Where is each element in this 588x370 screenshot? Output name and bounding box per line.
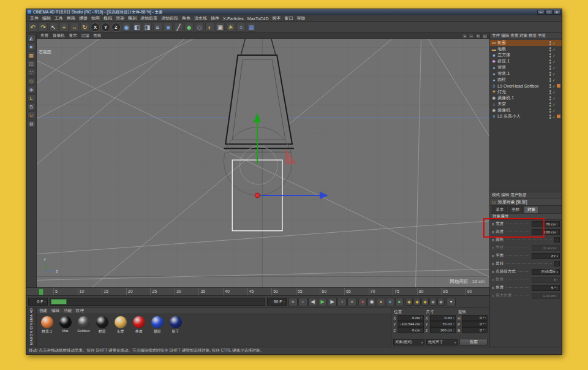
object-row[interactable]: 9 L9 乐高小人 ✓ (490, 113, 562, 119)
attribute-value-field[interactable]: ZY ▾ ↕ (532, 253, 560, 259)
object-row[interactable]: ▭ 矩形 ✓ (490, 40, 562, 46)
material-tag[interactable] (557, 108, 560, 112)
scale-tool-icon[interactable]: ⇔ (70, 23, 79, 32)
object-row[interactable]: ● 管道.1 ✓ (490, 70, 562, 77)
material-sphere[interactable] (133, 316, 145, 328)
menu-item[interactable]: MaxToC4D (246, 17, 271, 21)
coordinate-field[interactable]: 0 cm↕ (398, 315, 423, 321)
material-sphere[interactable] (115, 316, 127, 328)
field-icon[interactable]: ◐ (205, 23, 214, 32)
enabled-check-icon[interactable]: ✓ (552, 47, 556, 51)
enabled-check-icon[interactable]: ✓ (552, 90, 556, 94)
key-parameter-toggle[interactable]: ◆ (429, 298, 437, 306)
visibility-dots[interactable] (549, 41, 551, 45)
undo-icon[interactable]: ↶ (28, 23, 37, 32)
enabled-check-icon[interactable]: ✓ (552, 96, 556, 100)
object-manager-menu-item[interactable]: 编辑 (501, 33, 509, 39)
visibility-dots[interactable] (549, 102, 551, 107)
material-tag[interactable] (557, 59, 560, 63)
next-key-button[interactable]: › (337, 298, 347, 306)
camera-icon[interactable]: ▣ (216, 23, 225, 32)
edges-mode-icon[interactable]: ◇ (28, 77, 36, 85)
solo-mode-icon[interactable]: S (28, 103, 36, 110)
viewport-canvas-area[interactable]: Y Z 右视图 网格间距 : 10 cm (37, 39, 489, 287)
visibility-dots[interactable] (549, 115, 551, 119)
timeline-slider-handle[interactable] (51, 299, 67, 304)
live-selection-icon[interactable]: ↖ (49, 23, 58, 32)
material-swatch[interactable]: 躯干 (168, 316, 183, 334)
autokey-button[interactable]: ◉ (368, 298, 376, 306)
generator-icon[interactable]: ◆ (184, 23, 194, 32)
material-swatch[interactable]: Mat (58, 316, 73, 333)
sky-icon[interactable]: ○ (236, 23, 246, 32)
menu-item[interactable]: 编辑 (40, 15, 53, 21)
object-origin-handle[interactable] (255, 193, 260, 198)
object-manager-menu-item[interactable]: 查看 (510, 33, 518, 39)
x-axis-lock-icon[interactable]: X (91, 23, 100, 32)
attribute-value-field[interactable]: 11.4 cm ▾ ↕ (532, 245, 560, 251)
viewport-menu-item[interactable]: 面板 (92, 33, 104, 39)
material-tag[interactable] (557, 102, 560, 106)
menu-item[interactable]: 脚本 (270, 15, 282, 21)
key-scale-toggle[interactable]: ◆ (413, 298, 421, 306)
material-swatch[interactable]: 腿部 (149, 316, 165, 334)
visibility-dots[interactable] (549, 108, 551, 113)
coordinate-field[interactable]: 0 cm↕ (430, 315, 456, 321)
menu-item[interactable]: 角色 (180, 15, 192, 21)
keyframe-circle-icon[interactable] (492, 255, 494, 257)
menu-item[interactable]: 帮助 (295, 15, 307, 21)
object-row[interactable]: ☀ 灯光 ✓ (490, 89, 562, 95)
enabled-check-icon[interactable]: ✓ (552, 41, 556, 45)
menu-item[interactable]: 窗口 (282, 15, 295, 21)
attribute-value-field[interactable]: 自动适应 ▾ ↕ (532, 269, 560, 275)
coordinate-field[interactable]: 100 cm↕ (430, 327, 456, 333)
coordinate-field[interactable]: 0 °↕ (462, 315, 488, 321)
enabled-check-icon[interactable]: ✓ (552, 53, 556, 58)
enabled-check-icon[interactable]: ✓ (552, 108, 556, 113)
attribute-menu-item[interactable]: 编辑 (501, 192, 509, 198)
keyframe-circle-icon[interactable] (492, 295, 494, 297)
attribute-value-field[interactable]: 100 cm ▾ ↕ (532, 229, 560, 235)
keyframe-circle-icon[interactable] (492, 271, 494, 273)
enabled-check-icon[interactable]: ✓ (552, 84, 556, 88)
object-manager-menu-item[interactable]: 书签 (538, 33, 546, 39)
attribute-value-field[interactable]: 5 ° ▾ ↕ (532, 285, 560, 291)
viewport-menu-item[interactable]: 摄像机 (51, 33, 67, 39)
goto-start-button[interactable]: « (288, 298, 298, 306)
attribute-menu-item[interactable]: 模式 (492, 192, 500, 198)
enabled-check-icon[interactable]: ✓ (552, 115, 556, 119)
material-sphere[interactable] (41, 316, 53, 328)
viewport-canvas[interactable]: Y Z (37, 39, 489, 287)
view-name-label[interactable]: 右视图 (39, 49, 51, 55)
render-view-icon[interactable]: ◧ (132, 23, 141, 32)
record-position-button[interactable]: ● (377, 298, 385, 306)
model-mode-icon[interactable]: ■ (28, 43, 36, 50)
object-row[interactable]: 9 L9 OverHead Softbox ✓ (490, 83, 562, 89)
menu-item[interactable]: X-Particles (221, 17, 246, 21)
attribute-menu-item[interactable]: 用户数据 (510, 192, 526, 198)
cloth-icon[interactable]: ▦ (247, 23, 256, 32)
visibility-dots[interactable] (549, 53, 551, 58)
material-menu-item[interactable]: 纹理 (76, 308, 84, 314)
object-row[interactable]: ■ 立方体 ✓ (490, 52, 562, 58)
prev-key-button[interactable]: ‹ (298, 298, 307, 306)
polygons-mode-icon[interactable]: ◆ (28, 86, 36, 93)
rotate-tool-icon[interactable]: ↻ (80, 23, 89, 32)
minimize-button[interactable]: ─ (537, 10, 545, 15)
play-button[interactable]: ▶ (318, 298, 327, 306)
material-swatch[interactable]: 材质.1 (39, 316, 55, 334)
material-menu-item[interactable]: 功能 (64, 308, 72, 314)
key-rotation-toggle[interactable]: ◆ (421, 298, 429, 306)
material-sphere[interactable] (78, 316, 90, 328)
keyframe-circle-icon[interactable] (492, 239, 494, 241)
object-manager-menu-item[interactable]: 对象 (519, 33, 527, 39)
enabled-check-icon[interactable]: ✓ (552, 66, 556, 70)
object-row[interactable]: ● 圆柱 ✓ (490, 77, 562, 83)
viewport-pan-icon[interactable]: + (462, 34, 467, 39)
material-tag[interactable] (557, 115, 560, 118)
attribute-value-field[interactable]: ▾ ↕ (554, 237, 560, 243)
coordinate-field[interactable]: 0 °↕ (462, 327, 488, 333)
object-manager-menu-item[interactable]: 文件 (492, 33, 500, 39)
current-frame-field[interactable]: 0 F↕ (28, 298, 48, 306)
menu-item[interactable]: 文件 (28, 15, 40, 21)
